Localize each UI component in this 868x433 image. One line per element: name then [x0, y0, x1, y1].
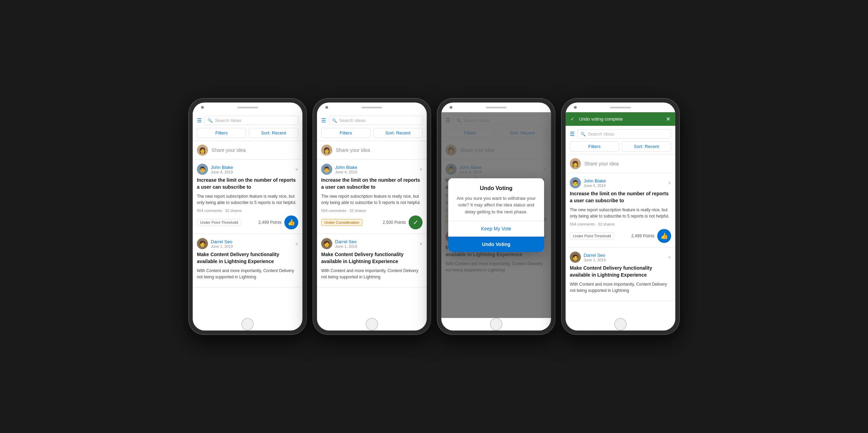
- author-date-4-2: June 1, 2019: [584, 258, 665, 262]
- hamburger-icon-1[interactable]: ☰: [197, 117, 202, 124]
- phone-4-home: [566, 318, 675, 330]
- phone-1-notch: [193, 103, 302, 112]
- phone-4-wrapper: ✓ Undo voting complete ✕ ☰ 🔍 Search Idea…: [561, 98, 679, 335]
- author-name-2-1[interactable]: John Blake: [335, 165, 417, 170]
- idea-title-1-1: Increase the limit on the number of repo…: [197, 177, 298, 190]
- idea-body-2-2: With Content and more importantly, Conte…: [321, 268, 423, 280]
- keep-vote-button[interactable]: Keep My Vote: [448, 221, 544, 236]
- idea-meta-1-1: 554 comments · 32 shares: [197, 209, 298, 213]
- home-button-3[interactable]: [490, 318, 502, 330]
- phone-1: ☰ 🔍 Search Ideas Filters Sort: Recent: [189, 98, 307, 335]
- filter-button-4[interactable]: Filters: [570, 141, 619, 152]
- thumbsup-icon-1-1: 👍: [287, 219, 295, 226]
- author-date-2-1: June 4, 2019: [335, 170, 417, 174]
- idea-title-2-2: Make Content Delivery functionality avai…: [321, 251, 423, 265]
- points-row-4-1: 2,499 Points 👍: [631, 229, 671, 243]
- author-name-1-2[interactable]: Darrel Seo: [211, 239, 292, 244]
- home-button-2[interactable]: [366, 318, 378, 330]
- points-row-1-1: 2,499 Points 👍: [258, 215, 298, 229]
- modal-title-3: Undo Voting: [454, 185, 539, 191]
- search-placeholder-2: Search Ideas: [339, 118, 366, 123]
- filter-button-2[interactable]: Filters: [321, 128, 370, 138]
- search-placeholder-1: Search Ideas: [215, 118, 242, 123]
- home-button-1[interactable]: [241, 318, 254, 330]
- john-avatar-4: 👨: [570, 177, 581, 188]
- speaker-4: [610, 107, 631, 108]
- chevron-icon-4-2[interactable]: ∨: [668, 255, 671, 260]
- modal-body-3: Are you sure you want to withdraw your v…: [454, 195, 539, 215]
- hamburger-icon-2[interactable]: ☰: [321, 117, 326, 124]
- phone-3-wrapper: ☰ 🔍 Search Ideas Filters Sort: Recent: [437, 98, 555, 335]
- user-avatar-4: 👩: [570, 158, 581, 169]
- author-date-1-1: June 4, 2019: [211, 170, 292, 174]
- share-idea-text-4[interactable]: Share your idea: [584, 161, 619, 166]
- search-placeholder-4: Search Ideas: [588, 131, 615, 137]
- toast-message-4: Undo voting complete: [579, 116, 623, 122]
- vote-button-1-1[interactable]: 👍: [284, 215, 298, 229]
- idea-author-row-1-2: 🧑 Darrel Seo June 1, 2019 ∨: [197, 238, 298, 249]
- check-icon-2-1: ✓: [413, 219, 418, 226]
- chevron-icon-2-1[interactable]: ∨: [419, 167, 423, 172]
- chevron-icon-1-2[interactable]: ∨: [295, 241, 298, 246]
- search-box-4[interactable]: 🔍 Search Ideas: [577, 129, 671, 139]
- phone-4: ✓ Undo voting complete ✕ ☰ 🔍 Search Idea…: [561, 98, 679, 335]
- idea-author-row-4-1: 👨 John Blake June 4, 2019 ∨: [570, 177, 671, 188]
- toast-close-button-4[interactable]: ✕: [666, 116, 670, 122]
- camera-icon-4: [574, 106, 577, 109]
- search-row-2: ☰ 🔍 Search Ideas: [321, 116, 423, 125]
- thumbsup-icon-4-1: 👍: [660, 232, 668, 240]
- modal-overlay-3: Undo Voting Are you sure you want to wit…: [441, 112, 551, 318]
- phone-4-screen: ✓ Undo voting complete ✕ ☰ 🔍 Search Idea…: [566, 112, 675, 318]
- phones-container: ☰ 🔍 Search Ideas Filters Sort: Recent: [189, 98, 679, 335]
- idea-card-1-1: 👨 John Blake June 4, 2019 ∨ Increase the…: [193, 160, 302, 234]
- idea-body-1-2: With Content and more importantly, Conte…: [197, 268, 298, 280]
- author-name-4-2[interactable]: Darrel Seo: [584, 253, 665, 258]
- phone-2-wrapper: ☰ 🔍 Search Ideas Filters Sort: Recent: [313, 98, 431, 335]
- sort-button-1[interactable]: Sort: Recent: [249, 128, 298, 138]
- undo-voting-button[interactable]: Undo Voting: [448, 237, 544, 252]
- phone-1-inner: ☰ 🔍 Search Ideas Filters Sort: Recent: [193, 103, 302, 330]
- filter-button-1[interactable]: Filters: [197, 128, 246, 138]
- sort-button-4[interactable]: Sort: Recent: [622, 141, 671, 152]
- idea-body-2-1: The new report subscription feature is r…: [321, 193, 423, 206]
- phone-3-inner: ☰ 🔍 Search Ideas Filters Sort: Recent: [441, 103, 551, 330]
- author-name-2-2[interactable]: Darrel Seo: [335, 239, 417, 244]
- author-name-4-1[interactable]: John Blake: [584, 178, 665, 183]
- idea-meta-4-1: 554 comments · 32 shares: [570, 222, 671, 226]
- share-idea-row-4: 👩 Share your idea: [566, 155, 675, 173]
- modal-content-3: Undo Voting Are you sure you want to wit…: [448, 178, 544, 215]
- author-name-1-1[interactable]: John Blake: [211, 165, 292, 170]
- share-idea-row-1: 👩 Share your idea: [193, 141, 302, 160]
- search-icon-4: 🔍: [581, 132, 586, 137]
- phone-1-home: [193, 318, 302, 330]
- phone-3-notch: [441, 103, 551, 112]
- vote-button-2-1[interactable]: ✓: [409, 215, 423, 229]
- search-box-2[interactable]: 🔍 Search Ideas: [329, 116, 423, 125]
- search-box-1[interactable]: 🔍 Search Ideas: [205, 116, 298, 125]
- author-date-4-1: June 4, 2019: [584, 183, 665, 188]
- share-idea-text-1[interactable]: Share your idea: [211, 147, 246, 153]
- chevron-icon-4-1[interactable]: ∨: [668, 180, 671, 185]
- author-date-2-2: June 1, 2019: [335, 244, 417, 248]
- filter-row-2: Filters Sort: Recent: [321, 128, 423, 138]
- idea-footer-1-1: Under Point Threshold 2,499 Points 👍: [197, 215, 298, 229]
- phone-1-screen: ☰ 🔍 Search Ideas Filters Sort: Recent: [193, 112, 302, 318]
- idea-title-4-2: Make Content Delivery functionality avai…: [570, 265, 671, 278]
- idea-title-1-2: Make Content Delivery functionality avai…: [197, 251, 298, 265]
- search-row-1: ☰ 🔍 Search Ideas: [197, 116, 298, 125]
- chevron-icon-1-1[interactable]: ∨: [295, 167, 298, 172]
- camera-icon-2: [325, 106, 328, 109]
- hamburger-icon-4[interactable]: ☰: [570, 131, 575, 137]
- app-header-1: ☰ 🔍 Search Ideas Filters Sort: Recent: [193, 112, 302, 141]
- share-idea-text-2[interactable]: Share your idea: [336, 147, 370, 153]
- author-info-1-2: Darrel Seo June 1, 2019: [211, 239, 292, 248]
- filter-row-4: Filters Sort: Recent: [570, 141, 671, 152]
- camera-icon-3: [450, 106, 452, 109]
- idea-meta-2-1: 554 comments · 32 shares: [321, 209, 423, 213]
- points-text-2-1: 2,500 Points: [383, 220, 406, 225]
- sort-button-2[interactable]: Sort: Recent: [373, 128, 423, 138]
- idea-body-4-2: With Content and more importantly, Conte…: [570, 281, 671, 294]
- vote-button-4-1[interactable]: 👍: [657, 229, 671, 243]
- home-button-4[interactable]: [614, 318, 627, 330]
- chevron-icon-2-2[interactable]: ∨: [419, 241, 423, 246]
